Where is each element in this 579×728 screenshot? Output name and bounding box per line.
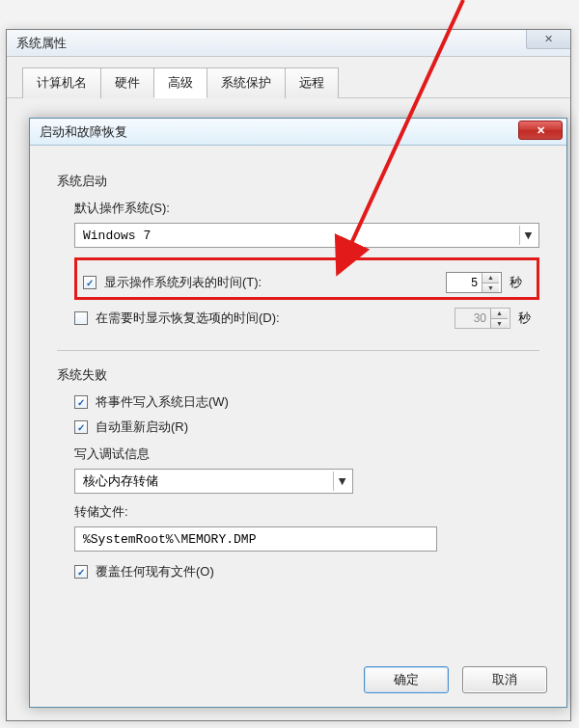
overwrite-label: 覆盖任何现有文件(O) xyxy=(96,563,214,580)
show-os-list-seconds-input[interactable] xyxy=(447,273,482,292)
tab-advanced[interactable]: 高级 xyxy=(153,67,207,98)
tab-remote[interactable]: 远程 xyxy=(285,67,339,98)
tab-system-protection[interactable]: 系统保护 xyxy=(207,67,286,98)
section-system-startup-title: 系统启动 xyxy=(57,173,539,190)
seconds-unit: 秒 xyxy=(518,310,539,327)
default-os-value: Windows 7 xyxy=(83,229,151,243)
show-recovery-checkbox[interactable] xyxy=(74,311,88,325)
seconds-unit: 秒 xyxy=(510,274,531,291)
startup-recovery-dialog: 启动和故障恢复 ✕ 系统启动 默认操作系统(S): Windows 7 ▼ 显示… xyxy=(29,118,567,708)
highlighted-row: 显示操作系统列表的时间(T): ▲ ▼ 秒 xyxy=(74,257,539,300)
default-os-select[interactable]: Windows 7 ▼ xyxy=(74,223,539,248)
spinner-down-icon: ▼ xyxy=(491,318,508,329)
show-recovery-seconds-spinner: ▲ ▼ xyxy=(455,308,510,329)
auto-restart-label: 自动重新启动(R) xyxy=(96,418,188,436)
dropdown-arrow-icon: ▼ xyxy=(333,472,350,491)
debug-info-label: 写入调试信息 xyxy=(74,445,539,463)
close-icon: ✕ xyxy=(537,124,545,137)
show-recovery-label: 在需要时显示恢复选项的时间(D): xyxy=(96,310,447,327)
dump-file-value: %SystemRoot%\MEMORY.DMP xyxy=(83,532,256,547)
spinner-down-icon[interactable]: ▼ xyxy=(482,283,499,293)
write-event-label: 将事件写入系统日志(W) xyxy=(96,393,229,411)
dropdown-arrow-icon: ▼ xyxy=(519,226,537,245)
parent-close-button[interactable]: ✕ xyxy=(526,30,570,49)
overwrite-checkbox[interactable] xyxy=(74,565,88,579)
dialog-close-button[interactable]: ✕ xyxy=(518,121,563,140)
debug-info-select[interactable]: 核心内存转储 ▼ xyxy=(74,469,353,494)
dialog-button-bar: 确定 取消 xyxy=(364,666,547,693)
cancel-button[interactable]: 取消 xyxy=(462,666,547,693)
show-os-list-label: 显示操作系统列表的时间(T): xyxy=(104,274,438,291)
show-recovery-seconds-input xyxy=(455,309,490,328)
tab-strip: 计算机名 硬件 高级 系统保护 远程 xyxy=(7,57,570,98)
write-event-checkbox[interactable] xyxy=(74,395,88,409)
dialog-body: 系统启动 默认操作系统(S): Windows 7 ▼ 显示操作系统列表的时间(… xyxy=(30,146,566,596)
spinner-up-icon: ▲ xyxy=(491,309,508,318)
show-os-list-checkbox[interactable] xyxy=(83,276,96,289)
section-system-failure-title: 系统失败 xyxy=(57,366,539,384)
dialog-title: 启动和故障恢复 xyxy=(40,123,127,141)
auto-restart-checkbox[interactable] xyxy=(74,420,88,434)
dialog-titlebar: 启动和故障恢复 ✕ xyxy=(30,119,566,146)
show-os-list-seconds-spinner[interactable]: ▲ ▼ xyxy=(446,272,502,293)
dump-file-label: 转储文件: xyxy=(74,503,539,521)
parent-titlebar: 系统属性 ✕ xyxy=(7,30,570,57)
default-os-label: 默认操作系统(S): xyxy=(74,200,539,217)
spinner-up-icon[interactable]: ▲ xyxy=(482,273,499,283)
debug-info-value: 核心内存转储 xyxy=(83,472,158,490)
tab-computer-name[interactable]: 计算机名 xyxy=(22,67,101,98)
ok-button[interactable]: 确定 xyxy=(364,666,449,693)
tab-hardware[interactable]: 硬件 xyxy=(100,67,154,98)
divider xyxy=(57,350,539,351)
parent-window-title: 系统属性 xyxy=(16,35,67,52)
dump-file-input[interactable]: %SystemRoot%\MEMORY.DMP xyxy=(74,526,437,552)
close-icon: ✕ xyxy=(544,33,553,45)
